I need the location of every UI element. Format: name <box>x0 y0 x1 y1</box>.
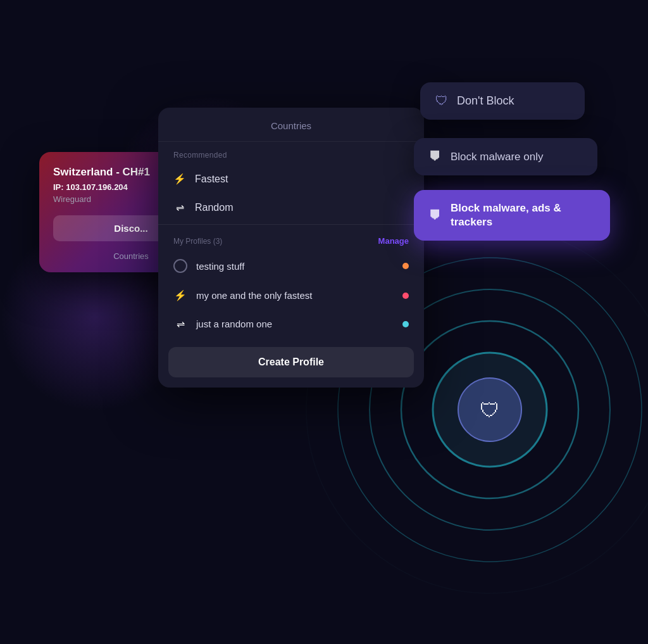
profile-dot-random <box>402 321 409 327</box>
block-all-card[interactable]: ⛊ Block malware, ads & trackers <box>414 190 610 241</box>
recommended-label: Recommended <box>158 142 424 165</box>
shuffle-icon: ⇌ <box>173 201 186 213</box>
profiles-header: My Profiles (3) Manage <box>158 227 424 251</box>
block-malware-icon: ⛊ <box>429 149 442 164</box>
profile-dot-testing <box>402 263 409 269</box>
block-all-label-line2: trackers <box>451 215 561 229</box>
dont-block-card[interactable]: 🛡 Don't Block <box>420 82 585 120</box>
block-all-icon: ⛊ <box>429 208 442 223</box>
dont-block-shield-icon: 🛡 <box>435 94 448 108</box>
manage-link[interactable]: Manage <box>378 236 409 246</box>
profile-item-random[interactable]: ⇌ just a random one <box>158 310 424 338</box>
block-all-text: Block malware, ads & trackers <box>451 201 561 229</box>
profile-item-testing[interactable]: testing stuff <box>158 251 424 281</box>
random-label: Random <box>195 202 233 213</box>
block-malware-card[interactable]: ⛊ Block malware only <box>414 138 597 175</box>
fastest-item[interactable]: ⚡ Fastest <box>158 165 424 193</box>
create-profile-button[interactable]: Create Profile <box>168 347 414 377</box>
divider-1 <box>158 224 424 225</box>
countries-header: Countries <box>158 108 424 142</box>
profile-fast-icon: ⚡ <box>173 289 187 301</box>
profile-item-fastest[interactable]: ⚡ my one and the only fastest <box>158 281 424 310</box>
lightning-icon: ⚡ <box>173 173 186 185</box>
random-item[interactable]: ⇌ Random <box>158 193 424 222</box>
countries-panel: Countries Recommended ⚡ Fastest ⇌ Random… <box>158 108 424 388</box>
fastest-label: Fastest <box>195 174 228 185</box>
my-profiles-label: My Profiles (3) <box>173 237 222 246</box>
profile-dot-fastest <box>402 293 409 299</box>
profile-name-random: just a random one <box>196 319 402 329</box>
profile-name-fastest: my one and the only fastest <box>196 290 402 301</box>
block-malware-label: Block malware only <box>451 151 543 163</box>
profile-random-icon: ⇌ <box>173 318 187 330</box>
dont-block-label: Don't Block <box>457 94 514 108</box>
profile-circle-icon <box>173 259 187 273</box>
profile-name-testing: testing stuff <box>196 261 402 272</box>
block-all-label-line1: Block malware, ads & <box>451 201 561 215</box>
svg-text:🛡: 🛡 <box>480 399 500 422</box>
